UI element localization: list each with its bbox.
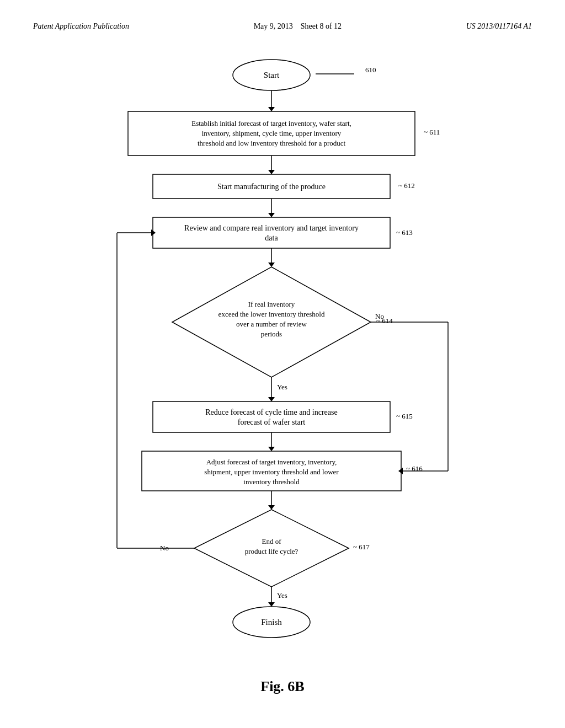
svg-text:~ 617: ~ 617	[353, 543, 370, 551]
svg-marker-12	[268, 170, 275, 174]
svg-text:over a number of review: over a number of review	[236, 320, 307, 328]
svg-text:~ 613: ~ 613	[396, 228, 413, 237]
svg-text:Yes: Yes	[277, 383, 287, 391]
svg-text:periods: periods	[261, 330, 282, 338]
svg-text:Establish initial forecast of : Establish initial forecast of target inv…	[191, 119, 351, 127]
svg-text:Finish: Finish	[261, 618, 282, 627]
svg-text:forecast of wafer start: forecast of wafer start	[238, 418, 306, 426]
svg-text:~ 612: ~ 612	[398, 181, 415, 190]
svg-marker-53	[268, 602, 275, 607]
header-right: US 2013/0117164 A1	[466, 22, 532, 31]
svg-marker-33	[268, 397, 275, 402]
svg-text:Adjust forecast of target inve: Adjust forecast of target inventory, inv…	[206, 458, 337, 466]
page-header: Patent Application Publication May 9, 20…	[33, 22, 532, 31]
svg-marker-5	[268, 107, 275, 111]
svg-text:End of: End of	[262, 537, 281, 545]
svg-text:610: 610	[365, 66, 376, 74]
svg-text:threshold and low inventory th: threshold and low inventory threshold fo…	[198, 139, 346, 147]
svg-text:~ 611: ~ 611	[424, 128, 440, 136]
svg-text:Start manufacturing of the pro: Start manufacturing of the produce	[217, 183, 326, 191]
figure-label: Fig. 6B	[0, 678, 565, 695]
header-sheet: Sheet 8 of 12	[301, 22, 342, 30]
svg-rect-18	[153, 217, 390, 248]
flowchart-svg: Start 610 Establish initial forecast of …	[34, 42, 531, 693]
fig-title-text: Fig. 6B	[260, 678, 304, 694]
header-date: May 9, 2013	[254, 22, 293, 30]
svg-marker-23	[268, 263, 275, 267]
header-center: May 9, 2013 Sheet 8 of 12	[254, 22, 342, 31]
svg-text:inventory threshold: inventory threshold	[243, 478, 300, 486]
svg-text:Reduce forecast of cycle time : Reduce forecast of cycle time and increa…	[205, 408, 337, 416]
svg-text:Review and compare real invent: Review and compare real inventory and ta…	[184, 224, 359, 232]
page: Patent Application Publication May 9, 20…	[0, 0, 565, 728]
svg-text:shipment, upper inventory thre: shipment, upper inventory threshold and …	[204, 468, 339, 476]
svg-text:data: data	[265, 234, 278, 242]
svg-marker-17	[268, 213, 275, 217]
svg-text:If real inventory: If real inventory	[248, 300, 295, 308]
svg-marker-39	[268, 447, 275, 451]
svg-text:~ 615: ~ 615	[396, 412, 413, 420]
header-left: Patent Application Publication	[33, 22, 129, 31]
svg-text:Yes: Yes	[277, 591, 287, 599]
svg-text:product life cycle?: product life cycle?	[245, 547, 299, 555]
svg-text:Start: Start	[264, 71, 280, 79]
svg-text:exceed the lower inventory thr: exceed the lower inventory threshold	[218, 310, 325, 318]
svg-text:No: No	[375, 312, 384, 320]
svg-rect-34	[153, 402, 390, 432]
svg-marker-46	[268, 505, 275, 510]
svg-text:inventory, shipment, cycle tim: inventory, shipment, cycle time, upper i…	[202, 129, 342, 137]
diagram-container: Start 610 Establish initial forecast of …	[33, 42, 532, 693]
